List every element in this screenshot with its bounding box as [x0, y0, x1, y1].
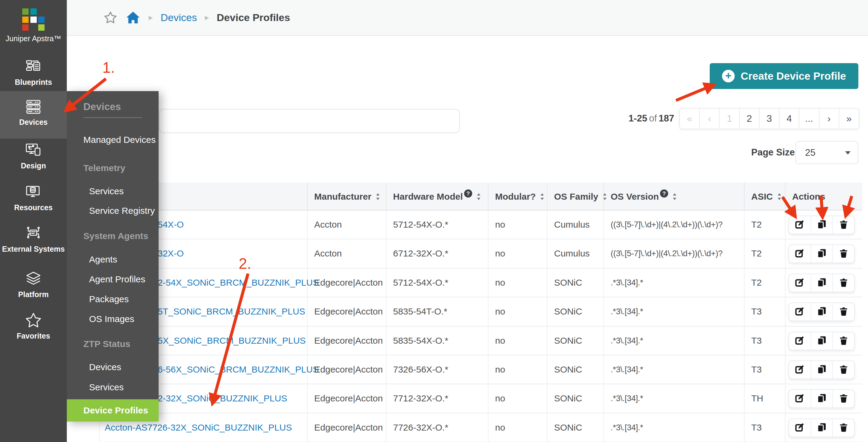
clone-button[interactable]	[811, 216, 833, 234]
row-actions-group	[788, 389, 855, 408]
flyout-item-device-profiles-active[interactable]: Device Profiles	[67, 399, 159, 421]
pager-next[interactable]: ›	[819, 108, 839, 129]
delete-icon	[839, 306, 848, 317]
clone-button[interactable]	[811, 361, 833, 379]
delete-button[interactable]	[833, 332, 854, 350]
delete-button[interactable]	[833, 361, 854, 379]
column-header-modular[interactable]: Modular?	[489, 182, 548, 210]
clone-button[interactable]	[811, 303, 833, 320]
edit-button[interactable]	[789, 274, 811, 292]
column-header-asic[interactable]: ASIC	[745, 182, 785, 210]
help-icon[interactable]: ?	[660, 190, 668, 198]
favorite-star-icon[interactable]	[103, 11, 117, 25]
sort-icon[interactable]	[476, 193, 481, 201]
breadcrumb-chevron-icon: ▸	[205, 13, 209, 22]
delete-button[interactable]	[833, 390, 854, 407]
device-profile-link[interactable]: 6-56X_SONiC_BRCM_BUZZNIK_PLUS	[158, 355, 319, 384]
edit-button[interactable]	[789, 390, 811, 407]
pager-ellipsis[interactable]: ...	[799, 108, 819, 129]
device-profile-link[interactable]: 5T_SONiC_BRCM_BUZZNIK_PLUS	[158, 297, 305, 326]
cell-asic: T2	[751, 210, 784, 239]
flyout-item-agent-profiles[interactable]: Agent Profiles	[89, 269, 145, 289]
sidebar-item-devices[interactable]: Devices	[0, 91, 67, 139]
cell-asic: T3	[751, 355, 784, 384]
flyout-item-services[interactable]: Services	[89, 181, 124, 201]
column-header-os_version[interactable]: OS Version?	[604, 182, 745, 210]
sidebar-item-resources[interactable]: Resources	[0, 180, 67, 212]
pager-first[interactable]: «	[680, 108, 700, 129]
design-icon	[25, 155, 42, 160]
flyout-item-service-registry[interactable]: Service Registry	[89, 201, 155, 221]
clone-button[interactable]	[811, 332, 833, 350]
flyout-section-telemetry: Telemetry	[83, 158, 125, 178]
cell-modular: no	[495, 384, 546, 412]
cell-modular: no	[495, 413, 546, 442]
cell-manufacturer: Accton	[314, 210, 385, 239]
delete-button[interactable]	[833, 303, 854, 320]
device-profile-link[interactable]: 2-32X_SONiC_BUZZNIK_PLUS	[158, 384, 287, 412]
edit-button[interactable]	[789, 361, 811, 379]
delete-icon	[839, 219, 848, 230]
sidebar-item-blueprints[interactable]: Blueprints	[0, 55, 67, 87]
cell-modular: no	[495, 355, 546, 384]
clone-button[interactable]	[811, 274, 833, 292]
delete-button[interactable]	[833, 274, 854, 292]
pager-page-2[interactable]: 2	[740, 108, 760, 129]
breadcrumb-devices-link[interactable]: Devices	[161, 12, 197, 24]
sidebar-item-external-systems[interactable]: External Systems	[0, 222, 67, 253]
sidebar-item-platform[interactable]: Platform	[0, 267, 67, 299]
column-header-os_family[interactable]: OS Family	[548, 182, 604, 210]
device-profile-link[interactable]: 5X_SONiC_BRCM_BUZZNIK_PLUS	[158, 327, 306, 355]
platform-icon	[25, 283, 42, 288]
pager-last[interactable]: »	[839, 108, 859, 129]
delete-button[interactable]	[833, 419, 854, 437]
edit-button[interactable]	[789, 303, 811, 320]
edit-button[interactable]	[789, 332, 811, 350]
home-icon[interactable]	[125, 10, 141, 25]
favorites-icon	[25, 325, 42, 330]
flyout-item-services[interactable]: Services	[89, 377, 124, 397]
clone-button[interactable]	[811, 390, 833, 407]
delete-icon	[839, 393, 848, 404]
cell-os_family: Cumulus	[554, 210, 603, 239]
page-size-value: 25	[805, 142, 815, 164]
row-actions-group	[788, 361, 855, 379]
sort-icon[interactable]	[540, 193, 545, 201]
edit-button[interactable]	[789, 245, 811, 263]
pager-page-1[interactable]: 1	[720, 108, 740, 129]
device-profile-link[interactable]: 54X-O	[158, 210, 184, 239]
device-profile-link[interactable]: 32X-O	[158, 239, 184, 268]
edit-button[interactable]	[789, 419, 811, 437]
device-profile-link[interactable]: 2-54X_SONiC_BRCM_BUZZNIK_PLUS	[158, 269, 319, 297]
flyout-item-agents[interactable]: Agents	[89, 249, 117, 269]
sort-icon[interactable]	[376, 193, 380, 201]
flyout-item-devices[interactable]: Devices	[89, 357, 121, 377]
delete-button[interactable]	[833, 245, 854, 263]
help-icon[interactable]: ?	[464, 190, 472, 198]
pager-page-3[interactable]: 3	[760, 108, 779, 129]
delete-button[interactable]	[833, 216, 854, 234]
flyout-item-os-images[interactable]: OS Images	[89, 309, 134, 329]
edit-button[interactable]	[789, 216, 811, 234]
column-header-manufacturer[interactable]: Manufacturer	[308, 182, 386, 210]
search-input[interactable]	[159, 109, 460, 133]
devices-icon	[25, 111, 42, 116]
pager-page-4[interactable]: 4	[779, 108, 799, 129]
sort-icon[interactable]	[672, 193, 677, 201]
sidebar-item-design[interactable]: Design	[0, 139, 67, 170]
edit-icon	[795, 335, 805, 347]
cell-os_version: .*3\.[34].*	[611, 355, 743, 384]
pager-prev[interactable]: ‹	[700, 108, 720, 129]
clone-button[interactable]	[811, 419, 833, 437]
cell-os_version: .*3\.[34].*	[611, 327, 743, 355]
sidebar-item-favorites[interactable]: Favorites	[0, 309, 67, 340]
flyout-item-managed-devices[interactable]: Managed Devices	[83, 130, 156, 150]
sort-icon[interactable]	[777, 193, 782, 201]
create-device-profile-button[interactable]: + Create Device Profile	[710, 63, 858, 89]
cell-os_version: .*3\.[34].*	[611, 269, 743, 297]
page-size-select[interactable]: 25	[796, 141, 858, 164]
clone-button[interactable]	[811, 245, 833, 263]
flyout-item-packages[interactable]: Packages	[89, 289, 129, 309]
juniper-apstra-logo: Juniper Apstra™	[0, 0, 67, 48]
column-header-hardware_model[interactable]: Hardware Model?	[386, 182, 489, 210]
